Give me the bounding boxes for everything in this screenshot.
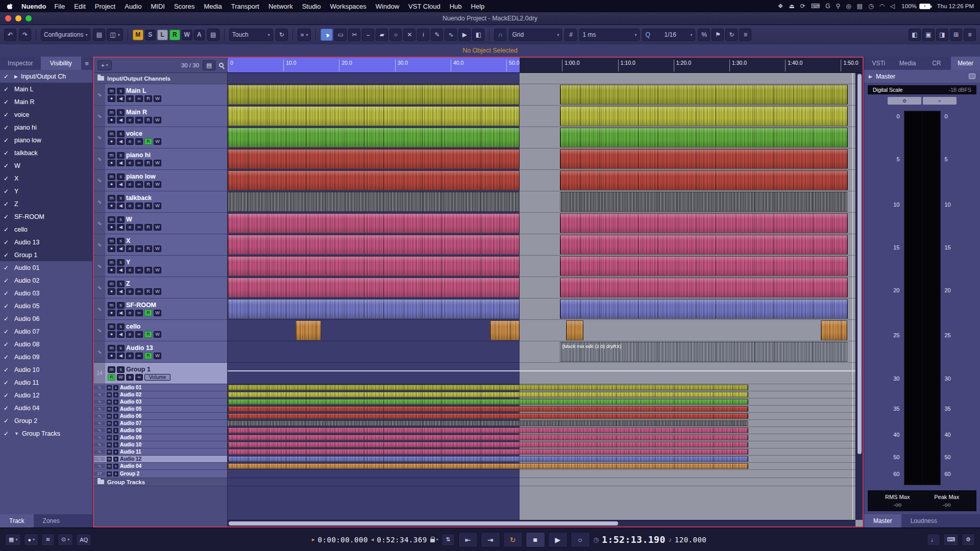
stop-button[interactable]: ■ xyxy=(526,532,545,547)
goto-start-button[interactable]: ⇤ xyxy=(458,532,478,547)
edit-channel-button[interactable]: e xyxy=(126,310,134,316)
visibility-item-audio-10[interactable]: ✓Audio 10 xyxy=(0,363,92,376)
audio-clip[interactable] xyxy=(228,299,520,319)
track-header-audio-04[interactable]: ∿msAudio 04 xyxy=(94,463,227,470)
solo-button[interactable]: s xyxy=(113,414,118,419)
record-enable-button[interactable]: ● xyxy=(108,245,115,252)
audio-clip[interactable] xyxy=(228,106,520,126)
menu-item-scores[interactable]: Scores xyxy=(174,3,194,10)
visibility-item-w[interactable]: ✓W xyxy=(0,159,92,172)
tab-vsti[interactable]: VSTi xyxy=(864,57,893,70)
close-button[interactable] xyxy=(5,15,11,21)
tempo-display[interactable]: 120.000 xyxy=(675,536,707,544)
edit-channel-button[interactable]: e xyxy=(126,181,134,188)
record-mode-button[interactable]: ●▾ xyxy=(24,534,38,546)
play-button[interactable]: ▶ xyxy=(548,532,568,547)
lane-audio-06[interactable] xyxy=(228,413,863,420)
track-header-audio-09[interactable]: ∿msAudio 09 xyxy=(94,434,227,441)
lane-audio-05[interactable] xyxy=(228,406,863,413)
visibility-item-piano-hi[interactable]: ✓piano hi xyxy=(0,121,92,134)
monitor-button[interactable]: ◀ xyxy=(117,203,125,209)
menu-item-window[interactable]: Window xyxy=(376,3,399,10)
visibility-item-talkback[interactable]: ✓talkback xyxy=(0,146,92,159)
add-track-button[interactable]: + ▾ xyxy=(97,60,112,70)
track-header-y[interactable]: ∿msY●◀e∞RW xyxy=(94,256,227,277)
app-menu[interactable]: Nuendo xyxy=(21,3,46,10)
mute-button[interactable]: m xyxy=(108,216,115,223)
lane-cello[interactable] xyxy=(228,320,863,341)
lines-button[interactable]: ≡ xyxy=(739,29,751,41)
primary-time-display[interactable]: 1:52:13.190 xyxy=(602,534,666,545)
tab-visibility[interactable]: Visibility xyxy=(41,57,82,70)
lane-group-2[interactable] xyxy=(228,470,863,478)
activity-button[interactable]: ▦▾ xyxy=(5,534,21,546)
mute-button[interactable]: m xyxy=(107,471,112,477)
solo-button[interactable]: s xyxy=(113,442,118,447)
channel-settings-icon[interactable] xyxy=(969,73,975,79)
record-enable-button[interactable]: ● xyxy=(108,117,115,123)
link-button[interactable]: ∞ xyxy=(135,117,143,123)
track-header-audio-06[interactable]: ∿msAudio 06 xyxy=(94,413,227,420)
track-header-audio-11[interactable]: ∿msAudio 11 xyxy=(94,448,227,456)
lane-audio-07[interactable] xyxy=(228,420,863,427)
audio-clip[interactable] xyxy=(296,320,321,340)
audio-clip[interactable]: {Mack mix edit (2.0) dryRX} xyxy=(560,342,848,362)
write-automation-button[interactable]: W xyxy=(154,95,161,102)
link-button[interactable]: ∞ xyxy=(135,95,143,102)
spotlight-icon[interactable]: ⚲ xyxy=(836,3,841,10)
lane-group-1[interactable] xyxy=(228,363,863,384)
lane-piano-low[interactable] xyxy=(228,170,863,191)
menu-item-network[interactable]: Network xyxy=(268,3,293,10)
visibility-item-audio-06[interactable]: ✓Audio 06 xyxy=(0,312,92,325)
solo-button[interactable]: s xyxy=(113,464,118,469)
solo-button[interactable]: s xyxy=(113,407,118,412)
mute-button[interactable]: m xyxy=(107,414,112,419)
edit-channel-button[interactable]: e xyxy=(126,224,134,231)
edit-channel-button[interactable]: e xyxy=(126,203,134,209)
grid-type-button[interactable]: # xyxy=(565,29,577,41)
snap-type-dropdown[interactable]: Grid ▾ xyxy=(509,29,562,41)
record-enable-button[interactable]: ● xyxy=(108,267,115,273)
lane-talkback[interactable] xyxy=(228,191,863,213)
solo-button[interactable]: s xyxy=(117,88,125,94)
track-header-z[interactable]: ∿msZ●◀e∞RW xyxy=(94,277,227,298)
lane-input-output-channels[interactable] xyxy=(228,73,863,84)
link-button[interactable]: ∞ xyxy=(135,374,143,381)
visibility-item-audio-08[interactable]: ✓Audio 08 xyxy=(0,338,92,350)
locator-range[interactable] xyxy=(228,58,520,72)
visibility-item-audio-04[interactable]: ✓Audio 04 xyxy=(0,402,92,414)
menubar-clock[interactable]: Thu 12:26 PM xyxy=(937,3,974,9)
pre-roll-button[interactable]: ≋ xyxy=(41,534,55,546)
track-header-talkback[interactable]: ∿mstalkback●◀e∞RW xyxy=(94,191,227,213)
audio-clip[interactable] xyxy=(560,192,848,212)
solo-button[interactable]: s xyxy=(113,471,118,477)
solo-button[interactable]: s xyxy=(113,399,118,405)
solo-button[interactable]: s xyxy=(113,449,118,455)
left-zone-button[interactable]: ◧ xyxy=(909,29,921,41)
mute-button[interactable]: m xyxy=(108,109,115,116)
object-selection-tool[interactable]: ▲ xyxy=(321,29,333,41)
visibility-item-voice[interactable]: ✓voice xyxy=(0,108,92,121)
wifi-icon[interactable]: ◠ xyxy=(879,3,885,10)
link-button[interactable]: ∞ xyxy=(135,181,143,188)
mute-button[interactable]: m xyxy=(107,399,112,405)
write-automation-button[interactable]: W xyxy=(154,138,161,145)
solo-button[interactable]: s xyxy=(117,345,125,352)
read-automation-button[interactable]: R xyxy=(144,353,152,359)
audio-clip[interactable] xyxy=(228,213,520,233)
track-header-audio-13[interactable]: ∿msAudio 13●◀e∞RW xyxy=(94,341,227,363)
mute-button[interactable]: m xyxy=(108,345,115,352)
tab-loudness[interactable]: Loudness xyxy=(901,514,946,528)
visibility-item-group-tracks[interactable]: ✓▼Group Tracks xyxy=(0,427,92,440)
record-enable-button[interactable]: ● xyxy=(108,310,115,316)
solo-button[interactable]: s xyxy=(117,173,125,180)
write-automation-button[interactable]: W xyxy=(154,331,161,338)
audio-clip[interactable] xyxy=(228,406,748,412)
audio-clip[interactable] xyxy=(560,213,848,233)
menu-item-vst-cloud[interactable]: VST Cloud xyxy=(408,3,440,10)
marker-button[interactable]: ⚑ xyxy=(712,29,724,41)
monitor-button[interactable]: ◀ xyxy=(117,117,125,123)
write-automation-button[interactable]: W xyxy=(154,310,161,316)
display-icon[interactable]: ▤ xyxy=(857,3,863,10)
monitor-button[interactable]: ◀ xyxy=(117,138,125,145)
